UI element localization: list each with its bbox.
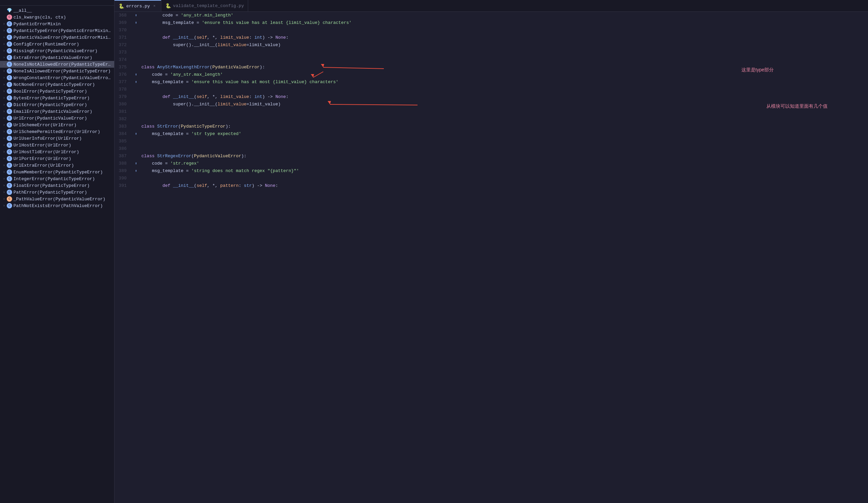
tab-errors[interactable]: 🐍errors.py× [114,0,161,11]
sidebar-item-PathNotExistsError[interactable]: ›CPathNotExistsError(PathValueError) [0,202,114,209]
chevron-icon: › [1,21,7,27]
class-icon: C [7,122,12,127]
class-icon: C [7,21,12,27]
line-number: 389 [114,167,132,175]
sidebar-item-PydanticErrorMixin[interactable]: ›CPydanticErrorMixin [0,21,114,27]
code-line: 376⬆ code = 'any_str.max_length' [114,71,868,79]
sidebar-item-NoneIsAllowedError[interactable]: ›CNoneIsAllowedError(PydanticTypeError) [0,68,114,74]
token-param: pattern [220,183,239,188]
chevron-icon: › [1,102,7,107]
breakpoint-icon[interactable]: ⬆ [135,12,137,19]
line-gutter[interactable]: ⬆ [132,71,140,79]
line-number: 381 [114,108,132,115]
breakpoint-icon[interactable]: ⬆ [135,160,137,167]
tab-close-button[interactable]: × [152,3,157,9]
code-area[interactable]: 368⬆ code = 'any_str.min_length'369⬆ msg… [114,12,868,189]
sidebar-item-UrlSchemePermittedError[interactable]: ›CUrlSchemePermittedError(UrlError) [0,128,114,135]
sidebar-item-UrlError[interactable]: ›CUrlError(PydanticValueError) [0,115,114,122]
code-line: 388⬆ code = 'str.regex' [114,160,868,167]
class-icon: C [7,170,12,175]
line-gutter[interactable]: ⬆ [132,160,140,167]
class-icon: C [7,163,12,168]
line-number: 382 [114,115,132,123]
sidebar-item-all[interactable]: 💎__all__ [0,7,114,14]
sidebar-item-PydanticTypeError[interactable]: ›CPydanticTypeError(PydanticErrorMixin, … [0,27,114,34]
line-number: 379 [114,93,132,101]
class-icon: C [7,75,12,81]
breakpoint-icon[interactable]: ⬆ [135,167,137,175]
line-gutter[interactable]: ⬆ [132,167,140,175]
sidebar-item-cls_kwargs[interactable]: Ccls_kwargs(cls, ctx) [0,14,114,21]
sidebar-item-EnumMemberError[interactable]: ›CEnumMemberError(PydanticTypeError) [0,169,114,175]
code-line: 386 [114,145,868,153]
sidebar-item-ConfigError[interactable]: ›CConfigError(RuntimeError) [0,41,114,48]
breakpoint-icon[interactable]: ⬆ [135,130,137,138]
sidebar-item-EmailError[interactable]: ›CEmailError(PydanticValueError) [0,108,114,115]
token-kw: class [142,154,157,158]
sidebar-item-UrlHostError[interactable]: ›CUrlHostError(UrlError) [0,142,114,148]
sidebar-item-ExtraError[interactable]: ›CExtraError(PydanticValueError) [0,54,114,61]
class-icon: C [7,41,12,47]
sidebar-item-NotNoneError[interactable]: ›CNotNoneError(PydanticTypeError) [0,81,114,88]
line-number: 390 [114,175,132,182]
sidebar-item-IntegerError[interactable]: ›CIntegerError(PydanticTypeError) [0,175,114,182]
code-line: 368⬆ code = 'any_str.min_length' [114,12,868,19]
class-icon: C [7,203,12,208]
class-icon: C [7,196,12,202]
token-plain: ( [178,124,181,129]
chevron-icon: › [1,62,7,67]
code-line: 381 [114,108,868,115]
sidebar-item-UrlExtraError[interactable]: ›CUrlExtraError(UrlError) [0,162,114,169]
sidebar-item-UrlHostTldError[interactable]: ›CUrlHostTldError(UrlError) [0,148,114,155]
sidebar-item-NoneIsNotAllowedError[interactable]: ›CNoneIsNotAllowedError(PydanticTypeErro… [0,61,114,68]
code-content: def __init__(self, *, limit_value: int) … [140,34,868,41]
chevron-icon: › [1,48,7,53]
token-cls-name: PydanticValueError [213,65,260,70]
breakpoint-icon[interactable]: ⬆ [135,19,137,27]
chevron-icon: › [1,203,7,208]
chevron-icon: › [1,122,7,127]
tab-validate_template[interactable]: 🐍validate_template_config.py [161,0,248,11]
sidebar-item-PathError[interactable]: ›CPathError(PydanticTypeError) [0,189,114,196]
chevron-icon: › [1,142,7,148]
sidebar-item-BytesError[interactable]: ›CBytesError(PydanticTypeError) [0,95,114,101]
sidebar-item-UrlSchemeError[interactable]: ›CUrlSchemeError(UrlError) [0,122,114,128]
sidebar-item-label: NotNoneError(PydanticTypeError) [13,82,95,87]
chevron-icon [1,14,7,20]
sidebar-list[interactable]: 💎__all__ Ccls_kwargs(cls, ctx)›CPydantic… [0,6,114,503]
sidebar-item-MissingError[interactable]: ›CMissingError(PydanticValueError) [0,48,114,54]
line-number: 370 [114,27,132,34]
class-icon: C [7,95,12,101]
token-plain: ( [194,183,197,188]
sidebar-item-UrlUserInfoError[interactable]: ›CUrlUserInfoError(UrlError) [0,135,114,142]
token-plain: ) -> [252,183,265,188]
token-plain: ) -> [262,35,276,40]
sidebar-item-label: UrlSchemePermittedError(UrlError) [13,129,100,134]
code-line: 390 [114,175,868,182]
line-number: 387 [114,153,132,160]
sidebar-item-UrlPortError[interactable]: ›CUrlPortError(UrlError) [0,155,114,162]
token-plain: msg_template = [142,131,191,136]
chevron-icon: › [1,189,7,195]
token-plain: ( [194,35,197,40]
code-content: super().__init__(limit_value=limit_value… [140,41,868,49]
sidebar-item-FloatError[interactable]: ›CFloatError(PydanticTypeError) [0,182,114,189]
line-gutter[interactable]: ⬆ [132,130,140,138]
class-icon: C [7,82,12,87]
chevron-icon: › [1,170,7,175]
sidebar-item-WrongConstantError[interactable]: ›CWrongConstantError(PydanticValueError) [0,74,114,81]
token-param: self [197,94,207,99]
token-str: 'ensure this value has at least {limit_v… [202,20,352,25]
line-gutter[interactable]: ⬆ [132,12,140,19]
sidebar-item-label: PydanticTypeError(PydanticErrorMixin, Ty… [13,28,112,33]
line-gutter[interactable]: ⬆ [132,79,140,86]
token-str: 'any_str.max_length' [170,72,223,77]
line-gutter[interactable]: ⬆ [132,19,140,27]
sidebar-item-DictError[interactable]: ›CDictError(PydanticTypeError) [0,101,114,108]
sidebar-item-_PathValueError[interactable]: ›C_PathValueError(PydanticValueError) [0,196,114,202]
token-str: 'str type expected' [191,131,241,136]
breakpoint-icon[interactable]: ⬆ [135,79,137,86]
breakpoint-icon[interactable]: ⬆ [135,71,137,79]
sidebar-item-PydanticValueError[interactable]: ›CPydanticValueError(PydanticErrorMixin,… [0,34,114,41]
sidebar-item-BoolError[interactable]: ›CBoolError(PydanticTypeError) [0,88,114,95]
